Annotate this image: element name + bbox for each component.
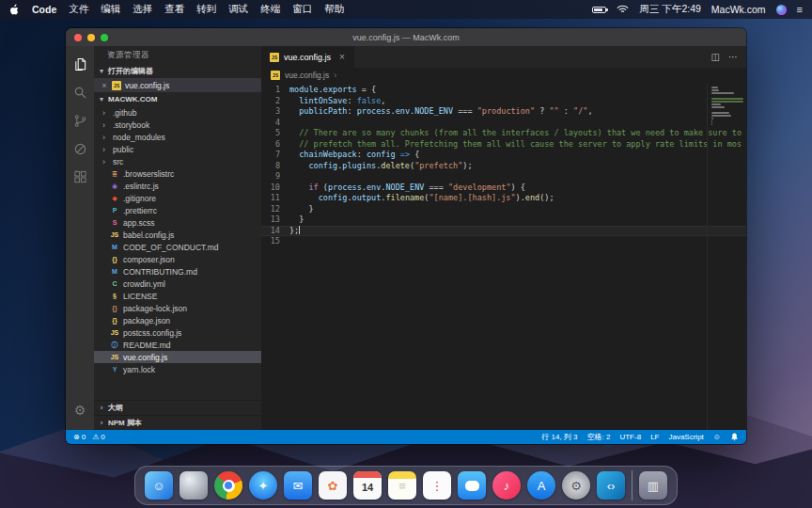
language-mode[interactable]: JavaScript <box>668 433 703 441</box>
minimap[interactable] <box>707 83 746 430</box>
code-line-10[interactable]: 10 if (process.env.NODE_ENV === "develop… <box>261 183 746 194</box>
menu-item-调试[interactable]: 调试 <box>228 3 248 16</box>
tree-item-src[interactable]: ›src <box>94 155 261 167</box>
tree-item-composer.json[interactable]: {}composer.json <box>94 253 261 265</box>
project-section-header[interactable]: ▾ MACWK.COM <box>94 92 261 106</box>
open-editor-item[interactable]: × JS vue.config.js <box>94 78 261 92</box>
wifi-icon[interactable] <box>617 5 629 14</box>
problems-errors[interactable]: ⊗ 0 <box>73 433 86 441</box>
notification-center-icon[interactable]: ≡ <box>797 4 803 15</box>
breadcrumb[interactable]: JS vue.config.js › <box>261 68 746 83</box>
cursor-position[interactable]: 行 14, 列 3 <box>541 432 577 442</box>
code-line-13[interactable]: 13 } <box>261 214 746 226</box>
tab-vue-config-js[interactable]: JS vue.config.js × <box>261 46 354 68</box>
menu-item-选择[interactable]: 选择 <box>133 3 152 16</box>
dock-reminders[interactable]: ⋮ <box>423 471 451 500</box>
dock-trash[interactable]: ▥ <box>639 471 667 500</box>
code-line-15[interactable]: 15 <box>261 236 746 247</box>
tree-item-crowdin.yml[interactable]: Ccrowdin.yml <box>94 278 261 290</box>
close-editor-icon[interactable]: × <box>101 81 108 90</box>
dock-messages[interactable] <box>458 471 486 500</box>
close-tab-icon[interactable]: × <box>338 52 346 62</box>
code-line-7[interactable]: 7 chainWebpack: config => { <box>261 150 746 161</box>
source-control-icon[interactable] <box>66 106 94 135</box>
dock-notes[interactable]: ≡ <box>388 471 416 500</box>
tree-item-CODE_OF_CONDUCT.md[interactable]: MCODE_OF_CONDUCT.md <box>94 241 261 253</box>
tree-item-.gitignore[interactable]: ◆.gitignore <box>94 192 261 204</box>
apple-menu-icon[interactable] <box>9 4 20 16</box>
dock-launchpad[interactable] <box>180 471 208 500</box>
explorer-icon[interactable] <box>66 50 94 78</box>
close-window-button[interactable] <box>74 34 82 41</box>
feedback-smiley-icon[interactable]: ☺ <box>713 433 721 441</box>
tree-item-node_modules[interactable]: ›node_modules <box>94 131 261 143</box>
code-line-11[interactable]: 11 config.output.filename("[name].[hash]… <box>261 193 746 204</box>
tree-item-.eslintrc.js[interactable]: ◉.eslintrc.js <box>94 180 261 192</box>
tree-item-CONTRIBUTING.md[interactable]: MCONTRIBUTING.md <box>94 265 261 278</box>
menu-app-name[interactable]: Code <box>32 4 56 15</box>
code-line-8[interactable]: 8 config.plugins.delete("prefetch"); <box>261 161 746 172</box>
tree-item-.storybook[interactable]: ›.storybook <box>94 119 261 131</box>
siri-icon[interactable] <box>776 5 787 15</box>
dock-vscode[interactable]: ‹› <box>597 471 625 500</box>
menu-item-转到[interactable]: 转到 <box>196 3 216 16</box>
menu-item-文件[interactable]: 文件 <box>69 3 88 16</box>
dock-mail[interactable]: ✉ <box>284 471 312 500</box>
tree-item-app.scss[interactable]: Sapp.scss <box>94 216 261 229</box>
code-line-1[interactable]: 1module.exports = { <box>261 85 746 96</box>
extensions-icon[interactable] <box>66 163 94 191</box>
search-icon[interactable] <box>66 78 94 106</box>
code-line-14[interactable]: 14}; <box>261 226 746 237</box>
code-editor[interactable]: 1module.exports = {2 lintOnSave: false,3… <box>261 83 746 430</box>
npm-scripts-section[interactable]: › NPM 脚本 <box>94 415 261 430</box>
tree-item-package-lock.json[interactable]: {}package-lock.json <box>94 302 261 314</box>
debug-icon[interactable] <box>66 135 94 163</box>
tree-item-.prettierrc[interactable]: P.prettierrc <box>94 204 261 216</box>
dock-photos[interactable]: ✿ <box>319 471 347 500</box>
tree-item-package.json[interactable]: {}package.json <box>94 314 261 326</box>
minimize-window-button[interactable] <box>87 34 95 41</box>
tree-item-.github[interactable]: ›.github <box>94 106 261 119</box>
eol-sequence[interactable]: LF <box>650 433 659 441</box>
menu-item-终端[interactable]: 终端 <box>260 3 280 16</box>
dock-system-preferences[interactable]: ⚙ <box>562 471 590 500</box>
titlebar[interactable]: vue.config.js — MacWk.com <box>66 28 746 46</box>
tree-item-babel.config.js[interactable]: JSbabel.config.js <box>94 229 261 241</box>
tree-item-yarn.lock[interactable]: Yyarn.lock <box>94 363 261 375</box>
menubar-clock[interactable]: 周三 下午2:49 <box>639 3 700 16</box>
code-line-6[interactable]: 6 // prefetch them all. Prefetching them… <box>261 139 746 151</box>
menu-item-查看[interactable]: 查看 <box>164 3 184 16</box>
dock-calendar[interactable]: 14 <box>353 471 382 500</box>
code-line-2[interactable]: 2 lintOnSave: false, <box>261 96 746 107</box>
dock-safari[interactable]: ✦ <box>249 471 277 500</box>
bell-icon[interactable] <box>730 433 739 441</box>
more-actions-icon[interactable]: ⋯ <box>728 52 738 62</box>
outline-section[interactable]: › 大纲 <box>94 400 261 415</box>
encoding[interactable]: UTF-8 <box>619 433 641 441</box>
tree-item-vue.config.js[interactable]: JSvue.config.js <box>94 351 261 363</box>
tree-item-LICENSE[interactable]: §LICENSE <box>94 290 261 302</box>
tree-item-.browserslistrc[interactable]: ≣.browserslistrc <box>94 167 261 180</box>
battery-icon[interactable] <box>592 7 606 13</box>
split-editor-icon[interactable]: ◫ <box>711 52 720 62</box>
code-line-5[interactable]: 5 // There are so many chunks (from all … <box>261 128 746 139</box>
menu-item-帮助[interactable]: 帮助 <box>324 3 344 16</box>
code-line-9[interactable]: 9 <box>261 171 746 183</box>
settings-gear-icon[interactable]: ⚙ <box>66 396 94 424</box>
zoom-window-button[interactable] <box>101 34 108 41</box>
dock-finder[interactable]: ☺ <box>145 471 173 500</box>
indentation[interactable]: 空格: 2 <box>587 432 611 442</box>
breadcrumb-filename[interactable]: vue.config.js <box>285 71 329 80</box>
menu-item-编辑[interactable]: 编辑 <box>101 3 120 16</box>
tree-item-postcss.config.js[interactable]: JSpostcss.config.js <box>94 326 261 339</box>
menu-item-窗口[interactable]: 窗口 <box>292 3 312 16</box>
tree-item-public[interactable]: ›public <box>94 143 261 155</box>
dock-app-store[interactable]: A <box>527 471 555 500</box>
code-line-3[interactable]: 3 publicPath: process.env.NODE_ENV === "… <box>261 106 746 118</box>
dock-music[interactable]: ♪ <box>492 471 521 500</box>
dock-chrome[interactable] <box>214 471 242 500</box>
code-line-4[interactable]: 4 <box>261 118 746 129</box>
problems-warnings[interactable]: ⚠ 0 <box>92 433 105 441</box>
code-line-12[interactable]: 12 } <box>261 204 746 215</box>
tree-item-README.md[interactable]: ⓘREADME.md <box>94 339 261 351</box>
